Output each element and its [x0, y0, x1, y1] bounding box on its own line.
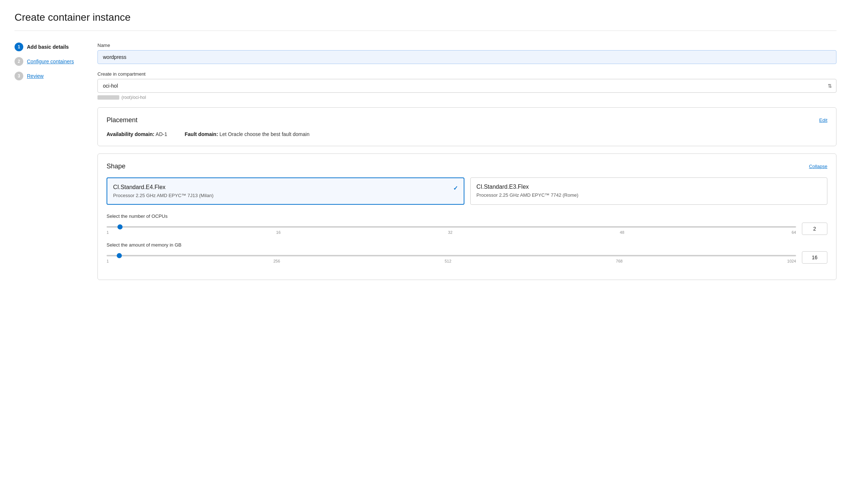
sidebar-item-label-2[interactable]: Configure containers: [27, 59, 74, 64]
memory-slider[interactable]: [107, 255, 796, 256]
form-content: Name Create in compartment oci-hol ⇅ (ro…: [97, 43, 836, 287]
shape-e4-info: CI.Standard.E4.Flex Processor 2.25 GHz A…: [113, 184, 213, 198]
shape-card-header: Shape Collapse: [107, 163, 827, 170]
shape-e4-checkmark: ✓: [453, 185, 458, 192]
availability-domain-label: Availability domain:: [107, 131, 155, 137]
compartment-select-wrapper: oci-hol ⇅: [97, 79, 836, 93]
sidebar-item-review[interactable]: 3 Review: [15, 72, 80, 80]
step-circle-2: 2: [15, 57, 23, 66]
memory-slider-markers: 1 256 512 768 1024: [107, 259, 796, 263]
name-field-group: Name: [97, 43, 836, 64]
compartment-label: Create in compartment: [97, 71, 836, 77]
memory-marker-256: 256: [273, 259, 280, 263]
shape-e4-header: CI.Standard.E4.Flex Processor 2.25 GHz A…: [113, 184, 458, 198]
ocpu-marker-1: 1: [107, 230, 109, 235]
compartment-field-group: Create in compartment oci-hol ⇅ (root)/o…: [97, 71, 836, 100]
fault-domain: Fault domain: Let Oracle choose the best…: [185, 131, 309, 137]
shape-e3-name: CI.Standard.E3.Flex: [476, 184, 578, 190]
shape-card: Shape Collapse CI.Standard.E4.Flex Proce…: [97, 153, 836, 280]
compartment-hint: (root)/oci-hol: [97, 95, 836, 100]
fault-domain-label: Fault domain:: [185, 131, 218, 137]
sidebar-item-basic-details[interactable]: 1 Add basic details: [15, 43, 80, 51]
ocpu-slider-group: Select the number of OCPUs 1 16 32 48 64: [107, 213, 827, 235]
memory-slider-row: 1 256 512 768 1024: [107, 251, 827, 264]
ocpu-slider-markers: 1 16 32 48 64: [107, 230, 796, 235]
memory-value-input[interactable]: [802, 251, 827, 264]
ocpu-slider[interactable]: [107, 226, 796, 228]
ocpu-slider-label: Select the number of OCPUs: [107, 213, 827, 219]
compartment-hint-text: (root)/oci-hol: [121, 95, 146, 100]
memory-marker-1024: 1024: [787, 259, 796, 263]
fault-domain-value: Let Oracle choose the best fault domain: [219, 131, 309, 137]
shape-e3-desc: Processor 2.25 GHz AMD EPYC™ 7742 (Rome): [476, 192, 578, 198]
memory-slider-wrapper: 1 256 512 768 1024: [107, 252, 796, 263]
ocpu-marker-48: 48: [620, 230, 624, 235]
availability-domain: Availability domain: AD-1: [107, 131, 167, 137]
sidebar-item-configure-containers[interactable]: 2 Configure containers: [15, 57, 80, 66]
name-label: Name: [97, 43, 836, 48]
placement-title: Placement: [107, 116, 137, 124]
memory-marker-1: 1: [107, 259, 109, 263]
shape-option-e4flex[interactable]: CI.Standard.E4.Flex Processor 2.25 GHz A…: [107, 177, 464, 205]
page-title: Create container instance: [15, 12, 836, 31]
shape-e4-name: CI.Standard.E4.Flex: [113, 184, 213, 191]
memory-marker-512: 512: [445, 259, 451, 263]
placement-card: Placement Edit Availability domain: AD-1…: [97, 107, 836, 146]
ocpu-marker-64: 64: [792, 230, 796, 235]
availability-domain-value: AD-1: [156, 131, 167, 137]
compartment-select[interactable]: oci-hol: [97, 79, 836, 93]
shape-collapse-link[interactable]: Collapse: [809, 164, 827, 169]
shape-e3-header: CI.Standard.E3.Flex Processor 2.25 GHz A…: [476, 184, 821, 198]
shape-option-e3flex[interactable]: CI.Standard.E3.Flex Processor 2.25 GHz A…: [470, 177, 827, 205]
placement-card-header: Placement Edit: [107, 116, 827, 124]
shape-e3-info: CI.Standard.E3.Flex Processor 2.25 GHz A…: [476, 184, 578, 198]
placement-edit-link[interactable]: Edit: [819, 117, 827, 123]
name-input[interactable]: [97, 50, 836, 64]
sidebar-item-label-1: Add basic details: [27, 44, 69, 50]
ocpu-value-input[interactable]: [802, 223, 827, 235]
memory-marker-768: 768: [616, 259, 623, 263]
shape-e4-desc: Processor 2.25 GHz AMD EPYC™ 7J13 (Milan…: [113, 193, 213, 198]
ocpu-slider-row: 1 16 32 48 64: [107, 223, 827, 235]
step-circle-1: 1: [15, 43, 23, 51]
step-circle-3: 3: [15, 72, 23, 80]
ocpu-slider-wrapper: 1 16 32 48 64: [107, 223, 796, 235]
compartment-hint-bar: [97, 95, 119, 100]
memory-slider-label: Select the amount of memory in GB: [107, 242, 827, 248]
sidebar-item-label-3[interactable]: Review: [27, 73, 44, 79]
shape-options-container: CI.Standard.E4.Flex Processor 2.25 GHz A…: [107, 177, 827, 205]
sidebar: 1 Add basic details 2 Configure containe…: [15, 43, 80, 86]
ocpu-marker-16: 16: [276, 230, 280, 235]
shape-title: Shape: [107, 163, 125, 170]
placement-details: Availability domain: AD-1 Fault domain: …: [107, 131, 827, 137]
memory-slider-group: Select the amount of memory in GB 1 256 …: [107, 242, 827, 264]
ocpu-marker-32: 32: [448, 230, 452, 235]
